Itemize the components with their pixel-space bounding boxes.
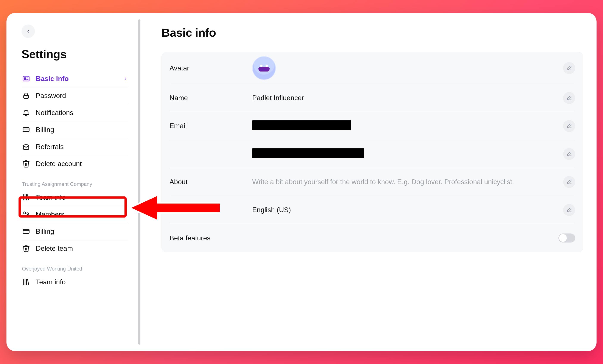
sidebar-item-label: Members: [36, 211, 64, 218]
sidebar-item-label: Billing: [36, 126, 54, 134]
edit-avatar-button[interactable]: [563, 62, 575, 74]
row-username: [170, 140, 575, 168]
trash-icon: [22, 160, 30, 168]
books-icon: [22, 278, 30, 286]
row-label: Email: [170, 122, 247, 130]
sidebar-item-team-info[interactable]: Team info: [22, 273, 128, 290]
sidebar-item-billing[interactable]: Billing: [22, 121, 128, 138]
row-value: [252, 148, 558, 160]
chevron-right-icon: [124, 77, 128, 81]
sidebar-item-label: Team info: [36, 193, 66, 201]
sidebar-section-title: Overjoyed Working United: [22, 266, 128, 272]
pencil-icon: [566, 123, 572, 129]
row-beta-features: Beta features: [170, 224, 575, 252]
basic-info-card: Avatar Name Padlet Influencer: [162, 52, 583, 252]
row-value: [252, 120, 558, 132]
sidebar-item-label: Delete team: [36, 245, 73, 252]
row-label: Avatar: [170, 64, 247, 72]
sidebar-item-label: Password: [36, 92, 66, 100]
sidebar-nav-team-2: Team info: [22, 273, 128, 290]
sidebar-nav-team-1: Team info Members Billing Delete team: [22, 189, 128, 257]
row-email: Email: [170, 112, 575, 140]
row-value: English (US): [252, 206, 558, 214]
pencil-icon: [566, 179, 572, 185]
sidebar-section-title: Trusting Assignment Company: [22, 181, 128, 187]
svg-rect-6: [23, 128, 29, 132]
avatar: [252, 56, 276, 80]
sidebar: Settings Basic info Password Notificatio…: [6, 13, 136, 351]
sidebar-item-label: Basic info: [36, 75, 69, 83]
sidebar-title: Settings: [22, 47, 128, 61]
sidebar-item-label: Team info: [36, 278, 66, 286]
pencil-icon: [566, 151, 572, 157]
pencil-icon: [566, 207, 572, 213]
credit-card-icon: [22, 126, 30, 134]
row-value: [252, 56, 558, 80]
row-value: Padlet Influencer: [252, 94, 558, 102]
sidebar-item-label: Delete account: [36, 160, 82, 168]
edit-about-button[interactable]: [563, 176, 575, 188]
sidebar-item-label: Referrals: [36, 143, 64, 151]
edit-email-button[interactable]: [563, 120, 575, 132]
svg-rect-10: [23, 229, 29, 234]
svg-point-1: [24, 78, 26, 79]
page-title: Basic info: [162, 26, 583, 39]
row-placeholder: Write a bit about yourself for the world…: [252, 178, 558, 186]
sidebar-item-label: Notifications: [36, 109, 73, 117]
row-label: Name: [170, 94, 247, 102]
credit-card-icon: [22, 227, 30, 235]
settings-window: Settings Basic info Password Notificatio…: [6, 13, 597, 351]
row-label: About: [170, 178, 247, 186]
edit-username-button[interactable]: [563, 148, 575, 160]
row-label: Beta features: [170, 234, 247, 242]
bell-icon: [22, 108, 30, 117]
sidebar-item-team-billing[interactable]: Billing: [22, 223, 128, 240]
sidebar-item-referrals[interactable]: Referrals: [22, 138, 128, 155]
sidebar-item-members[interactable]: Members: [22, 206, 128, 223]
pencil-icon: [566, 95, 572, 101]
sidebar-nav-personal: Basic info Password Notifications Billin…: [22, 70, 128, 172]
sidebar-item-team-info[interactable]: Team info: [22, 189, 128, 206]
scrollbar[interactable]: [138, 19, 140, 345]
row-name: Name Padlet Influencer: [170, 84, 575, 112]
toggle-knob: [559, 234, 567, 242]
edit-name-button[interactable]: [563, 92, 575, 104]
people-icon: [22, 210, 30, 218]
sidebar-item-label: Billing: [36, 227, 54, 235]
sidebar-item-delete-account[interactable]: Delete account: [22, 155, 128, 172]
beta-features-toggle[interactable]: [558, 234, 575, 243]
svg-point-5: [26, 96, 26, 97]
row-avatar: Avatar: [170, 52, 575, 84]
sidebar-item-basic-info[interactable]: Basic info: [22, 70, 128, 87]
lock-icon: [22, 92, 30, 100]
main-content: Basic info Avatar Name Padlet Influencer: [136, 13, 597, 351]
pencil-icon: [566, 65, 572, 71]
sidebar-item-password[interactable]: Password: [22, 87, 128, 104]
redacted-username: [252, 148, 364, 158]
svg-point-9: [27, 213, 29, 214]
sidebar-item-notifications[interactable]: Notifications: [22, 104, 128, 121]
row-label: Language: [170, 206, 247, 214]
row-language: Language English (US): [170, 196, 575, 224]
books-icon: [22, 193, 30, 201]
sidebar-item-delete-team[interactable]: Delete team: [22, 240, 128, 257]
redacted-email: [252, 120, 351, 130]
id-card-icon: [22, 74, 30, 83]
chevron-left-icon: [26, 29, 31, 34]
trash-icon: [22, 244, 30, 252]
envelope-open-icon: [22, 142, 30, 151]
svg-point-8: [24, 212, 26, 214]
back-button[interactable]: [22, 24, 35, 38]
row-about: About Write a bit about yourself for the…: [170, 168, 575, 196]
edit-language-button[interactable]: [563, 204, 575, 216]
